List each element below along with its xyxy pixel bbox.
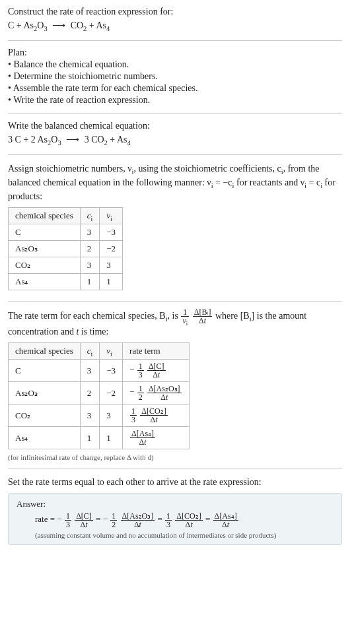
cell-v: 3 (100, 257, 123, 274)
cell-rate: − 13 Δ[C]Δt (123, 360, 190, 382)
stoich-section: Assign stoichiometric numbers, νi, using… (8, 162, 342, 302)
den: 2 (137, 393, 144, 401)
plan-title: Plan: (8, 48, 342, 58)
plan-section: Plan: • Balance the chemical equation. •… (8, 48, 342, 114)
table-header-row: chemical species ci νi rate term (9, 343, 190, 360)
frac-conc: Δ[As₂O₃]Δt (147, 385, 182, 401)
den: 2 (110, 521, 117, 529)
den: Δt (147, 393, 182, 401)
reaction-arrow: ⟶ (52, 20, 65, 31)
rate-label: rate = − (35, 514, 62, 524)
plan-item: • Assemble the rate term for each chemic… (8, 83, 342, 94)
final-title: Set the rate terms equal to each other t… (8, 475, 342, 489)
table-row: As₂O₃ 2 −2 (9, 241, 123, 257)
cell-c: 2 (80, 241, 100, 257)
frac-conc: Δ[C]Δt (147, 362, 166, 379)
cell-species: As₂O₃ (9, 382, 81, 404)
prompt-text: Construct the rate of reaction expressio… (8, 7, 342, 17)
text: Assign stoichiometric numbers, ν (8, 164, 132, 174)
den: Δt (175, 521, 202, 529)
frac-conc: Δ[CO₂]Δt (140, 407, 167, 424)
stoich-explain: Assign stoichiometric numbers, νi, using… (8, 162, 342, 203)
col-vi: νi (100, 343, 123, 360)
eq-part: 3 C + 2 As (8, 135, 48, 145)
table-row: As₄ 1 1 (9, 274, 123, 290)
sign: − (129, 364, 134, 374)
table-row: CO₂ 3 3 13 Δ[CO₂]Δt (9, 404, 190, 427)
cell-species: As₄ (9, 274, 81, 290)
reaction-arrow: ⟶ (66, 134, 79, 145)
cell-species: C (9, 224, 81, 241)
answer-expression: rate = − 13 Δ[C]Δt = − 12 Δ[As₂O₃]Δt = 1… (35, 512, 333, 529)
plan-item: • Determine the stoichiometric numbers. (8, 71, 342, 82)
eq-part: O (51, 135, 57, 145)
frac-conc: Δ[As₂O₃]Δt (121, 512, 155, 529)
col-ci: ci (80, 208, 100, 224)
cell-c: 3 (80, 224, 100, 241)
cell-c: 3 (80, 257, 100, 274)
den: Δt (75, 521, 93, 529)
table-row: As₄ 1 1 Δ[As₄]Δt (9, 427, 190, 449)
cell-v: 3 (100, 404, 123, 427)
table-row: C 3 −3 − 13 Δ[C]Δt (9, 360, 190, 382)
eq-sub: 3 (44, 25, 47, 32)
cell-c: 3 (80, 360, 100, 382)
rateterm-table: chemical species ci νi rate term C 3 −3 … (8, 342, 190, 449)
cell-v: −3 (100, 224, 123, 241)
cell-species: CO₂ (9, 404, 81, 427)
den: Δt (213, 521, 238, 529)
den: Δt (147, 371, 166, 379)
frac-coef: 13 (130, 407, 137, 424)
frac-coef: 12 (110, 512, 117, 529)
balanced-title: Write the balanced chemical equation: (8, 121, 342, 131)
den: Δt (121, 521, 155, 529)
den: 3 (130, 416, 137, 424)
den: 3 (65, 521, 71, 529)
cell-v: −2 (100, 241, 123, 257)
frac-coef: 13 (165, 512, 172, 529)
answer-note: (assuming constant volume and no accumul… (35, 531, 333, 539)
frac-coef: 1νi (181, 308, 189, 325)
eq: = (205, 514, 213, 524)
cell-c: 3 (80, 404, 100, 427)
frac-coef: 13 (137, 362, 144, 379)
text: for reactants and ν (234, 177, 304, 187)
cell-v: 1 (100, 427, 123, 449)
eq: = (158, 514, 165, 524)
text: , is (168, 311, 181, 321)
cell-rate: Δ[As₄]Δt (123, 427, 190, 449)
den: νi (181, 317, 189, 325)
table-row: C 3 −3 (9, 224, 123, 241)
cell-c: 1 (80, 427, 100, 449)
eq-part: 3 CO (85, 135, 104, 145)
cell-v: 1 (100, 274, 123, 290)
cell-c: 2 (80, 382, 100, 404)
rateterm-section: The rate term for each chemical species,… (8, 308, 342, 468)
eq-sub: 4 (127, 139, 131, 146)
frac-conc: Δ[As₄]Δt (213, 512, 238, 529)
frac-conc: Δ[As₄]Δt (130, 430, 155, 446)
den: 3 (165, 521, 172, 529)
cell-species: C (9, 360, 81, 382)
den: Δt (130, 438, 155, 446)
col-vi: νi (100, 208, 123, 224)
eq-sub: 4 (106, 25, 110, 32)
plan-item: • Balance the chemical equation. (8, 59, 342, 70)
cell-v: −2 (100, 382, 123, 404)
cell-species: CO₂ (9, 257, 81, 274)
den: 3 (137, 371, 144, 379)
eq-part: + As (87, 20, 106, 30)
col-ci: ci (80, 343, 100, 360)
sign: − (129, 387, 134, 397)
cell-c: 1 (80, 274, 100, 290)
text: The rate term for each chemical species,… (8, 311, 166, 321)
cell-v: −3 (100, 360, 123, 382)
final-section: Set the rate terms equal to each other t… (8, 475, 342, 552)
col-species: chemical species (9, 343, 81, 360)
table-header-row: chemical species ci νi (9, 208, 123, 224)
table-row: CO₂ 3 3 (9, 257, 123, 274)
eq-sub: 3 (57, 139, 61, 146)
intro-section: Construct the rate of reaction expressio… (8, 7, 342, 41)
col-rate: rate term (123, 343, 190, 360)
plan-item: • Write the rate of reaction expression. (8, 95, 342, 106)
